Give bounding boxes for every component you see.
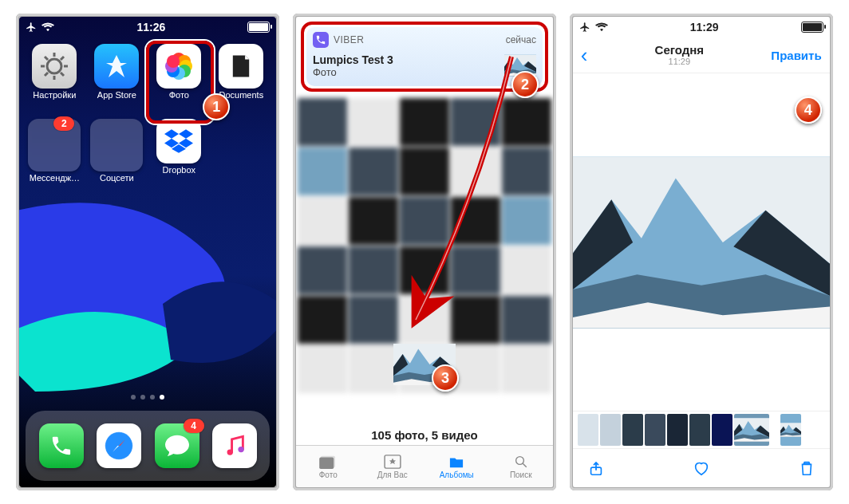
- album-caption: 105 фото, 5 видео: [296, 422, 553, 445]
- photo-viewport[interactable]: [573, 73, 830, 411]
- tab-search[interactable]: Поиск: [488, 446, 553, 487]
- back-button[interactable]: ‹: [581, 43, 588, 68]
- battery-icon: [247, 22, 270, 33]
- wifi-icon: [595, 22, 608, 32]
- photo-navbar: ‹ Сегодня 11:29 Править: [573, 37, 830, 73]
- tab-photos[interactable]: Фото: [296, 446, 361, 487]
- photos-icon: [165, 53, 192, 80]
- page-dots: [19, 395, 276, 400]
- app-messages[interactable]: 4: [155, 423, 199, 468]
- app-phone[interactable]: [39, 423, 84, 468]
- music-icon: [223, 434, 246, 458]
- badge-messages: 4: [184, 419, 204, 433]
- app-photos[interactable]: Фото: [150, 44, 207, 114]
- svg-rect-22: [319, 457, 334, 468]
- heart-icon[interactable]: [693, 459, 710, 477]
- nav-title: Сегодня 11:29: [655, 44, 705, 67]
- photo-thumbnail-strip[interactable]: [573, 411, 830, 448]
- documents-icon: [227, 53, 255, 80]
- marker-3: 3: [432, 364, 459, 392]
- status-bar: 11:29: [573, 17, 830, 37]
- iphone-photos-album: VIBER сейчас Lumpics Test 3 Фото: [293, 14, 556, 490]
- folder-messengers[interactable]: 2 Мессендж…: [26, 119, 83, 189]
- svg-point-6: [47, 59, 61, 73]
- airplane-icon: [26, 22, 37, 33]
- share-icon[interactable]: [587, 459, 605, 477]
- iphone-photo-detail: 11:29 ‹ Сегодня 11:29 Править: [570, 14, 833, 490]
- battery-icon: [801, 22, 823, 33]
- notif-time: сейчас: [506, 34, 536, 45]
- messages-icon: [164, 434, 191, 458]
- badge-messengers: 2: [53, 116, 74, 131]
- svg-line-13: [61, 57, 64, 60]
- svg-point-24: [515, 456, 523, 464]
- iphone-homescreen: 11:26 Настройки App Store: [16, 14, 279, 490]
- photo-toolbar: [573, 448, 830, 487]
- search-icon: [512, 455, 530, 469]
- svg-point-19: [227, 449, 233, 455]
- viber-app-icon: [313, 32, 329, 48]
- phone-icon: [49, 434, 73, 458]
- app-safari[interactable]: [97, 423, 141, 468]
- marker-2: 2: [511, 71, 539, 98]
- tab-foryou[interactable]: Для Вас: [360, 446, 424, 487]
- dropbox-icon: [164, 129, 193, 153]
- app-settings[interactable]: Настройки: [26, 44, 83, 114]
- gear-icon: [38, 50, 70, 82]
- app-appstore[interactable]: App Store: [88, 44, 145, 114]
- notif-subtitle: Фото: [313, 66, 393, 78]
- trash-icon[interactable]: [798, 459, 815, 477]
- app-dropbox[interactable]: Dropbox: [150, 119, 207, 189]
- appstore-icon: [102, 52, 131, 81]
- thumb-selected: [734, 414, 769, 446]
- notif-title: Lumpics Test 3: [313, 53, 393, 66]
- marker-4: 4: [795, 96, 822, 124]
- app-music[interactable]: [212, 423, 257, 468]
- svg-line-12: [61, 73, 64, 76]
- folder-social[interactable]: Соцсети: [88, 119, 145, 189]
- compass-icon: [101, 428, 136, 463]
- notif-app-name: VIBER: [334, 34, 365, 45]
- tab-albums[interactable]: Альбомы: [424, 446, 489, 487]
- wifi-icon: [41, 22, 54, 32]
- status-bar: 11:26: [19, 17, 276, 37]
- svg-line-25: [523, 463, 527, 467]
- photos-tabbar: Фото Для Вас Альбомы Поиск: [296, 445, 553, 487]
- airplane-icon: [579, 22, 590, 33]
- dock: 4: [26, 411, 270, 481]
- svg-line-14: [45, 73, 48, 76]
- status-time: 11:26: [136, 21, 165, 33]
- svg-line-11: [45, 57, 48, 60]
- status-time: 11:29: [690, 21, 719, 33]
- edit-button[interactable]: Править: [771, 49, 821, 62]
- svg-point-20: [238, 447, 243, 452]
